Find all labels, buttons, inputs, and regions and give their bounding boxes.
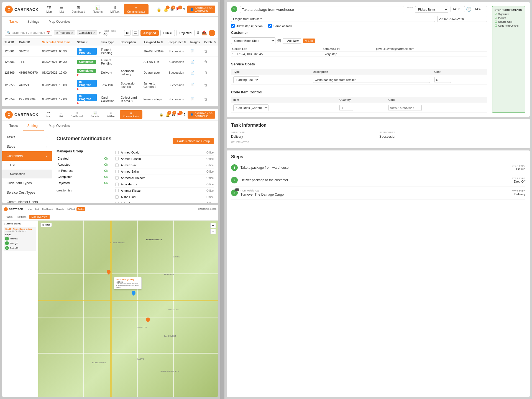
search-box[interactable]: 🔍 31/01/2021 - 06/02/2021 📅: [5, 30, 52, 36]
help-icon-2[interactable]: ?: [183, 113, 185, 117]
bell-badge[interactable]: 🔔 3: [163, 7, 168, 12]
user-checkbox[interactable]: [115, 151, 119, 154]
msg-badge[interactable]: ✉ 4: [170, 7, 174, 12]
mini-tab-settings[interactable]: Settings: [15, 215, 29, 219]
th-start-time[interactable]: Scheduled Start Time ↑: [40, 39, 75, 46]
task-card[interactable]: #1168 - Test - Description assigned to T…: [4, 227, 36, 251]
nav-list-2[interactable]: ☰List: [56, 110, 66, 119]
alert-badge[interactable]: 🚩 2: [176, 7, 181, 12]
public-btn[interactable]: Public: [160, 30, 175, 36]
user-checkbox[interactable]: [115, 157, 119, 160]
user-checkbox[interactable]: [115, 176, 119, 180]
user-checkbox[interactable]: [115, 202, 119, 203]
time-from-input[interactable]: [451, 6, 465, 12]
user-info-2[interactable]: 👤 CARTRACK SGCART00003: [188, 111, 215, 119]
mini-nav-tasks[interactable]: Tasks: [76, 207, 85, 211]
sc-type-select[interactable]: Parking Fee: [233, 76, 259, 83]
mini-nav-dashboard[interactable]: Dashboard: [41, 207, 54, 211]
tab-map-overview-2[interactable]: Map Overview: [44, 122, 75, 131]
zoom-in-btn[interactable]: +: [210, 223, 216, 228]
reference-input[interactable]: [437, 16, 487, 22]
zoom-out-btn[interactable]: −: [210, 229, 216, 234]
image-icon[interactable]: 📄: [190, 49, 195, 53]
ci-qty-input[interactable]: [339, 105, 353, 111]
sidebar-item-communicator-users[interactable]: Communicator Users: [2, 197, 52, 203]
download-icon[interactable]: ⬇: [196, 30, 200, 35]
assigned-btn[interactable]: Assigned: [140, 30, 158, 36]
tab-settings-2[interactable]: Settings: [23, 122, 44, 131]
list-view-btn[interactable]: ☰: [132, 30, 139, 36]
filter-tag-remove-inprogress[interactable]: ✕: [71, 31, 73, 34]
user-checkbox[interactable]: [115, 195, 119, 199]
user-checkbox[interactable]: [115, 189, 119, 192]
table-row[interactable]: 125854 DO0000004 05/02/2021, 12:00 In Pr…: [2, 92, 218, 106]
sidebar-item-customers[interactable]: Customers ▾: [2, 151, 52, 161]
user-checkbox[interactable]: [115, 170, 119, 173]
share-icon[interactable]: 📤: [201, 30, 207, 35]
filter-tag-completed[interactable]: Completed ✕: [77, 30, 97, 35]
sidebar-item-code-item-types[interactable]: Code Item Types: [2, 178, 52, 188]
mini-nav-mifleet[interactable]: MiFleet: [66, 207, 76, 211]
table-row[interactable]: 125886 1111 06/02/2021, 08:30 Completed …: [2, 57, 218, 67]
filter-tag-inprogress[interactable]: In Progress ✕: [54, 30, 75, 35]
table-row[interactable]: 125855 443221 05/02/2021, 15:00 In Progr…: [2, 78, 218, 92]
mini-tab-tasks[interactable]: Tasks: [4, 215, 15, 219]
filter-dropdown-icon[interactable]: ▾: [99, 31, 101, 35]
rejected-btn[interactable]: Rejected: [177, 30, 195, 36]
delete-icon[interactable]: 🗑: [204, 71, 208, 75]
sidebar-item-list[interactable]: List: [2, 161, 52, 170]
image-icon[interactable]: 📄: [190, 97, 195, 101]
nav-reports[interactable]: 📊 Reports: [89, 4, 106, 14]
mini-nav-map[interactable]: Map: [26, 207, 34, 211]
nav-map-2[interactable]: 🗺Map: [43, 110, 55, 119]
mini-nav-list[interactable]: List: [34, 207, 40, 211]
add-notification-group-btn[interactable]: + Add Notification Group: [173, 138, 214, 144]
delete-icon[interactable]: 🗑: [204, 60, 208, 64]
user-checkbox[interactable]: [115, 163, 119, 167]
grid-view-btn[interactable]: ⊞: [124, 30, 131, 36]
add-new-btn[interactable]: + Add New: [283, 38, 301, 44]
sidebar-item-notification[interactable]: Notification: [2, 170, 52, 178]
delete-icon[interactable]: 🗑: [204, 49, 208, 53]
description-input[interactable]: [231, 16, 435, 22]
time-to-input[interactable]: [473, 6, 487, 12]
sc-desc-input[interactable]: [313, 77, 430, 83]
nav-dashboard-2[interactable]: ⊞Dashboard: [67, 110, 86, 119]
step-type-select[interactable]: Pickup Items: [415, 6, 448, 13]
user-checkbox[interactable]: [115, 183, 119, 186]
tab-map-overview-1[interactable]: Map Overview: [44, 17, 75, 26]
table-row[interactable]: 125881 310283 06/02/2021, 08:30 In Progr…: [2, 46, 218, 57]
mini-tab-map-overview[interactable]: Map Overview: [29, 215, 50, 219]
delete-icon[interactable]: 🗑: [204, 83, 208, 87]
tab-tasks-2[interactable]: Tasks: [5, 122, 22, 131]
sc-cost-input[interactable]: [434, 77, 451, 83]
ci-code-input[interactable]: [388, 105, 422, 111]
same-as-task-check[interactable]: [268, 24, 272, 28]
mini-nav-reports[interactable]: Reports: [55, 207, 65, 211]
tab-settings-1[interactable]: Settings: [23, 17, 44, 26]
map-area[interactable]: Test2k User (driver) Not here 17 Success…: [38, 221, 218, 397]
ci-item-select[interactable]: Can Drink (Carton): [233, 104, 268, 111]
add-task-btn[interactable]: +: [209, 30, 215, 36]
filter-toggle[interactable]: ⊞ Filter: [40, 223, 52, 227]
sidebar-item-service-cost-types[interactable]: Service Cost Types: [2, 188, 52, 197]
nav-communicator-2[interactable]: ≡Communicator: [120, 110, 143, 119]
delete-icon[interactable]: 🗑: [204, 97, 208, 101]
tab-tasks-1[interactable]: Tasks: [5, 17, 22, 26]
table-row[interactable]: 125869 48696790870 05/02/2021, 19:00 Com…: [2, 67, 218, 78]
nav-mifleet-2[interactable]: $MiFleet: [104, 110, 119, 119]
allow-rejection-check[interactable]: [231, 24, 235, 28]
image-icon[interactable]: 📄: [190, 83, 195, 87]
nav-list[interactable]: ☰ List: [56, 4, 67, 14]
nav-mifleet[interactable]: $ MiFleet: [107, 4, 123, 14]
nav-map[interactable]: 🗺 Map: [43, 4, 55, 14]
nav-communicator[interactable]: ≡ Communicator: [124, 4, 149, 14]
nav-dashboard[interactable]: ⊞ Dashboard: [68, 4, 88, 14]
edit-customer-btn[interactable]: ✎ Edit: [303, 39, 315, 43]
customer-select[interactable]: Corner Book Shop: [231, 37, 275, 44]
user-info[interactable]: 👤 CARTRACK SG CART00003: [187, 6, 215, 13]
filter-tag-remove-completed[interactable]: ✕: [93, 31, 95, 34]
sidebar-item-tasks[interactable]: Tasks ›: [2, 132, 52, 142]
nav-reports-2[interactable]: 📊Reports: [87, 110, 103, 119]
step-title-input[interactable]: [240, 6, 404, 13]
